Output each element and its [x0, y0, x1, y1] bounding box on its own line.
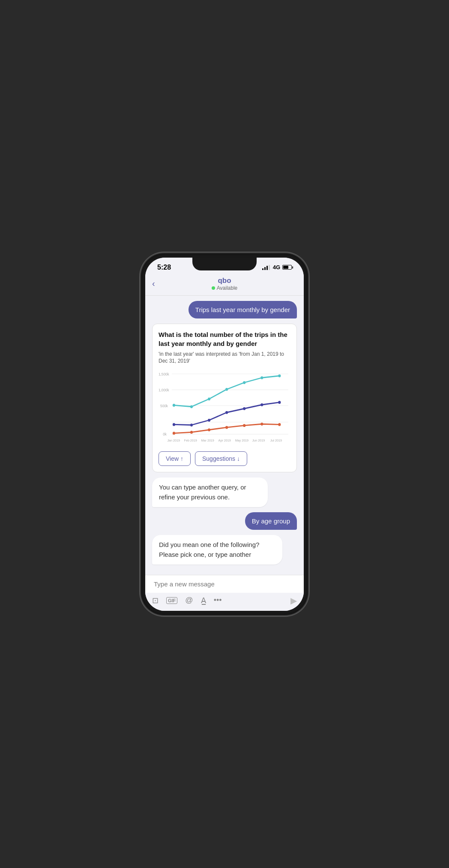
- svg-point-26: [225, 426, 228, 429]
- svg-point-21: [260, 403, 263, 406]
- image-icon[interactable]: ⊡: [152, 596, 159, 605]
- svg-point-28: [260, 423, 263, 426]
- battery-icon: [282, 265, 292, 270]
- phone-screen: 5:28 4G ‹ qbo Availa: [145, 258, 304, 611]
- svg-point-15: [278, 374, 281, 377]
- svg-point-10: [190, 405, 193, 408]
- svg-text:Jun 2019: Jun 2019: [252, 439, 265, 442]
- user-message-1: Trips last year monthly by gender: [189, 301, 297, 318]
- status-icons: 4G: [262, 264, 292, 270]
- chart-svg: 1,500k 1,000k 500k 0k: [159, 369, 290, 446]
- gif-icon[interactable]: GIF: [166, 597, 177, 604]
- user-message-2: By age group: [245, 512, 297, 530]
- suggestions-button[interactable]: Suggestions ↓: [195, 451, 247, 466]
- svg-point-13: [243, 381, 245, 384]
- svg-point-24: [190, 431, 193, 434]
- svg-text:1,000k: 1,000k: [159, 387, 169, 392]
- svg-point-29: [278, 423, 281, 426]
- view-button[interactable]: View ↑: [159, 451, 191, 466]
- svg-text:Jul 2019: Jul 2019: [270, 439, 282, 442]
- chart-container: 1,500k 1,000k 500k 0k: [159, 369, 290, 446]
- header-center: qbo Available: [212, 276, 237, 291]
- card-buttons: View ↑ Suggestions ↓: [159, 451, 290, 466]
- svg-text:500k: 500k: [160, 404, 168, 408]
- phone-frame: 5:28 4G ‹ qbo Availa: [141, 253, 308, 615]
- chat-area: Trips last year monthly by gender What i…: [145, 296, 304, 575]
- toolbar-row: ⊡ GIF @ A̲ ••• ▶: [145, 593, 304, 611]
- svg-text:Mar 2019: Mar 2019: [201, 439, 214, 442]
- svg-point-12: [225, 388, 228, 391]
- svg-point-11: [208, 397, 210, 400]
- svg-point-16: [173, 423, 175, 426]
- signal-icon: [262, 265, 270, 270]
- back-button[interactable]: ‹: [152, 279, 155, 288]
- svg-text:0k: 0k: [163, 432, 167, 436]
- bot-partial-message: Did you mean one of the following?Please…: [152, 535, 282, 565]
- bot-name: qbo: [212, 276, 237, 285]
- bot-status: Available: [212, 285, 237, 291]
- svg-text:Jan 2019: Jan 2019: [168, 439, 180, 442]
- online-dot: [212, 286, 215, 290]
- more-icon[interactable]: •••: [214, 596, 222, 605]
- card-subtitle: 'in the last year' was interpreted as 'f…: [159, 351, 290, 365]
- status-label: Available: [217, 285, 237, 291]
- svg-point-22: [278, 401, 281, 404]
- chat-header: ‹ qbo Available: [145, 274, 304, 296]
- card-title: What is the total number of the trips in…: [159, 330, 290, 348]
- svg-point-19: [225, 411, 228, 414]
- notch: [192, 258, 257, 270]
- format-icon[interactable]: A̲: [201, 596, 206, 605]
- svg-point-20: [243, 407, 245, 410]
- svg-point-27: [243, 424, 245, 427]
- svg-point-14: [260, 376, 263, 379]
- svg-text:Feb 2019: Feb 2019: [184, 439, 197, 442]
- mention-icon[interactable]: @: [185, 596, 193, 605]
- svg-point-25: [208, 428, 210, 431]
- svg-text:May 2019: May 2019: [235, 439, 248, 442]
- status-time: 5:28: [157, 264, 171, 271]
- input-area: ⊡ GIF @ A̲ ••• ▶: [145, 575, 304, 611]
- svg-point-18: [208, 419, 210, 422]
- svg-text:Apr 2019: Apr 2019: [219, 439, 231, 442]
- svg-point-17: [190, 423, 193, 426]
- svg-point-9: [173, 404, 175, 407]
- network-label: 4G: [273, 264, 280, 270]
- svg-point-23: [173, 432, 175, 435]
- bot-card: What is the total number of the trips in…: [152, 324, 297, 473]
- input-row: [145, 575, 304, 593]
- message-input[interactable]: [150, 579, 299, 589]
- bot-message-1: You can type another query, or refine yo…: [152, 478, 268, 507]
- send-button[interactable]: ▶: [290, 595, 297, 606]
- svg-text:1,500k: 1,500k: [159, 372, 169, 376]
